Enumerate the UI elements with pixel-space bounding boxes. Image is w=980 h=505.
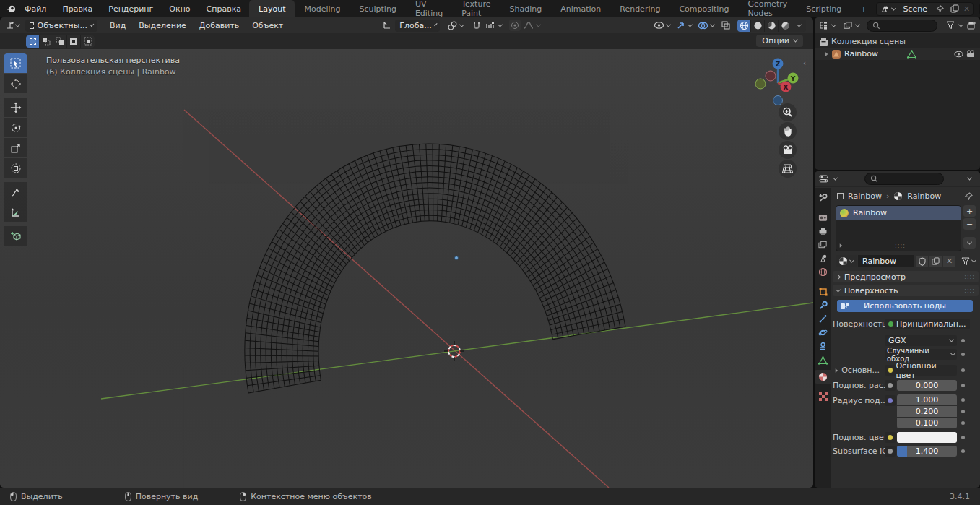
unlink-material-button[interactable]: ✕ xyxy=(943,256,955,267)
proportional-editing-toggle[interactable] xyxy=(509,20,521,31)
filter-chevron-icon[interactable] xyxy=(958,22,963,27)
fake-user-shield-icon[interactable] xyxy=(916,256,928,267)
select-mode-invert-button[interactable] xyxy=(67,35,81,48)
copy-material-icon[interactable] xyxy=(929,256,942,267)
surface-shader-dropdown[interactable]: Принципиальн... xyxy=(885,319,970,329)
tab-particles[interactable] xyxy=(815,312,831,326)
distribution-dropdown[interactable]: GGX xyxy=(885,335,957,346)
sss-color-socket[interactable] xyxy=(885,432,896,443)
editor-type-3dview-icon[interactable] xyxy=(4,20,16,31)
animate-dot[interactable] xyxy=(961,398,965,402)
overlays-dropdown[interactable] xyxy=(698,21,714,30)
outliner-row-scene-collection[interactable]: Коллекция сцены xyxy=(815,35,980,48)
tab-material[interactable] xyxy=(815,370,831,384)
snap-toggle[interactable] xyxy=(471,20,482,31)
sss-radius-y[interactable]: 0.200 xyxy=(897,406,957,417)
shading-options-chevron[interactable] xyxy=(792,20,806,32)
hide-eye-icon[interactable] xyxy=(953,48,964,60)
outliner-display-mode-icon[interactable] xyxy=(841,20,853,31)
editor-type-chevron-icon[interactable] xyxy=(15,22,20,27)
sss-radius-socket[interactable] xyxy=(885,395,896,406)
shading-rendered-button[interactable] xyxy=(779,20,792,32)
slot-specials-button[interactable] xyxy=(963,237,976,249)
pin-id-icon[interactable] xyxy=(963,190,974,202)
tab-render[interactable] xyxy=(815,210,831,224)
editor-type-outliner-icon[interactable] xyxy=(818,20,829,31)
select-mode-extend-button[interactable] xyxy=(40,35,53,48)
select-mode-intersect-button[interactable] xyxy=(81,35,95,48)
expand-icon[interactable] xyxy=(825,51,828,56)
editor-type-properties-icon[interactable] xyxy=(818,173,829,185)
outliner-row-rainbow[interactable]: Rainbow xyxy=(815,48,980,60)
browse-material-button[interactable] xyxy=(836,255,857,267)
animate-dot[interactable] xyxy=(961,339,965,342)
pivot-point-dropdown[interactable] xyxy=(447,20,464,31)
tab-object-data[interactable] xyxy=(815,353,831,367)
object-visibility-dropdown[interactable] xyxy=(654,21,670,30)
panel-preview[interactable]: Предпросмотр :::: xyxy=(833,271,979,282)
properties-options-chevron[interactable] xyxy=(967,176,972,181)
outliner-search[interactable] xyxy=(867,20,937,32)
gizmos-dropdown[interactable] xyxy=(676,20,692,30)
sss-radius-x[interactable]: 1.000 xyxy=(897,394,957,405)
workspace-tab-modeling[interactable]: Modeling xyxy=(295,0,350,17)
workspace-tab-geometry-nodes[interactable]: Geometry Nodes xyxy=(738,0,797,17)
delete-scene-icon[interactable]: ✕ xyxy=(963,4,970,14)
pan-view-button[interactable] xyxy=(779,122,797,140)
workspace-tab-layout[interactable]: Layout xyxy=(249,0,295,17)
base-expand-icon[interactable] xyxy=(836,368,838,373)
sss-color-swatch[interactable] xyxy=(897,432,957,443)
tool-move[interactable] xyxy=(4,98,27,117)
workspace-tab-shading[interactable]: Shading xyxy=(500,0,551,17)
material-name-field[interactable]: Rainbow xyxy=(858,255,914,267)
tool-scale[interactable] xyxy=(4,138,27,157)
animate-dot[interactable] xyxy=(961,436,965,439)
animate-dot[interactable] xyxy=(961,353,965,356)
tool-transform[interactable] xyxy=(4,158,27,178)
tool-rotate[interactable] xyxy=(4,118,27,137)
menu-object[interactable]: Объект xyxy=(246,21,290,30)
sidebar-toggle-arrow[interactable]: ‹ xyxy=(803,59,806,67)
sss-method-dropdown[interactable]: Случайный обход xyxy=(885,349,957,360)
pin-scene-icon[interactable] xyxy=(935,3,946,14)
menu-render[interactable]: Рендеринг xyxy=(100,0,161,17)
tool-add-cube[interactable] xyxy=(4,226,27,246)
disable-render-icon[interactable] xyxy=(964,48,976,60)
add-workspace-button[interactable]: + xyxy=(851,0,876,17)
tab-tool[interactable] xyxy=(815,191,831,204)
select-mode-set-button[interactable] xyxy=(26,35,40,48)
workspace-tab-rendering[interactable]: Rendering xyxy=(610,0,669,17)
animate-dot[interactable] xyxy=(961,410,965,413)
workspace-tab-sculpting[interactable]: Sculpting xyxy=(350,0,406,17)
falloff-chevron-icon[interactable] xyxy=(536,22,541,27)
panel-grip[interactable]: :::: xyxy=(964,274,975,280)
animate-dot[interactable] xyxy=(961,449,965,453)
snap-target-icon[interactable] xyxy=(485,20,496,31)
list-filter-expand-icon[interactable] xyxy=(840,243,843,248)
menu-file[interactable]: Файл xyxy=(17,0,54,17)
menu-view[interactable]: Вид xyxy=(103,21,132,30)
sss-radius-z[interactable]: 0.100 xyxy=(897,418,957,428)
tab-texture[interactable] xyxy=(815,389,831,403)
navigation-gizmo[interactable]: Z Y X xyxy=(752,54,802,105)
material-slot-list[interactable]: Rainbow :::: xyxy=(836,205,961,251)
select-mode-subtract-button[interactable] xyxy=(53,35,67,48)
blender-logo-icon[interactable] xyxy=(6,3,17,14)
panel-surface[interactable]: Поверхность :::: xyxy=(833,285,979,296)
animate-dot[interactable] xyxy=(961,421,965,425)
xray-toggle[interactable] xyxy=(720,20,732,31)
tab-output[interactable] xyxy=(815,224,831,238)
new-scene-icon[interactable] xyxy=(949,3,961,14)
display-mode-chevron[interactable] xyxy=(855,22,860,27)
tab-object[interactable] xyxy=(815,285,831,298)
material-specials-dropdown[interactable] xyxy=(961,257,976,266)
perspective-toggle-button[interactable] xyxy=(779,160,797,178)
workspace-tab-texture-paint[interactable]: Texture Paint xyxy=(452,0,500,17)
tab-modifiers[interactable] xyxy=(815,298,831,312)
tab-view-layer[interactable] xyxy=(815,238,831,251)
menu-select[interactable]: Выделение xyxy=(132,21,193,30)
remove-slot-button[interactable]: − xyxy=(963,218,976,230)
shading-solid-button[interactable] xyxy=(751,20,765,32)
camera-view-button[interactable] xyxy=(779,141,797,159)
tool-annotate[interactable] xyxy=(4,182,27,202)
